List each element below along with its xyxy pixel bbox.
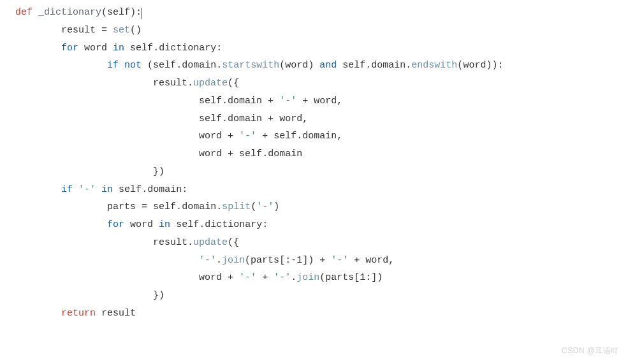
num-neg1: -1 — [291, 255, 302, 266]
call-join: join — [296, 272, 319, 283]
ident-word: word — [84, 43, 107, 54]
paren-open: ( — [319, 272, 325, 283]
bracket-close: ] — [371, 272, 377, 283]
ident-word: word — [365, 255, 388, 266]
comma: , — [302, 113, 308, 124]
dot: . — [222, 113, 228, 124]
brace-open: { — [233, 78, 239, 89]
keyword-for: for — [61, 43, 78, 54]
op-plus: + — [354, 255, 360, 266]
ident-word: word — [314, 96, 337, 106]
paren-open: ( — [147, 60, 153, 71]
comma: , — [337, 96, 342, 106]
paren-close: ) — [308, 255, 314, 266]
colon: : — [182, 184, 187, 195]
op-plus: + — [302, 96, 308, 106]
paren-open: ( — [279, 60, 285, 71]
keyword-if: if — [107, 60, 119, 71]
ident-word: word — [279, 113, 302, 124]
paren-open: ( — [245, 255, 251, 266]
text-cursor — [142, 8, 142, 19]
ident-word: word — [199, 131, 222, 142]
op-plus: + — [268, 113, 274, 124]
ident-self: self — [119, 184, 142, 195]
paren-close: ) — [159, 166, 164, 177]
comma: , — [388, 255, 394, 266]
ident-domain: domain — [182, 60, 216, 71]
ident-result: result — [61, 25, 96, 36]
dot: . — [142, 184, 147, 195]
dot: . — [176, 60, 182, 71]
keyword-not: not — [124, 60, 142, 71]
dot: . — [262, 149, 268, 159]
ident-dictionary: dictionary — [205, 219, 262, 230]
ident-self: self — [342, 60, 365, 71]
code-block: def _dictionary(self): result = set() fo… — [0, 0, 628, 323]
ident-domain: domain — [371, 60, 405, 71]
op-plus: + — [319, 255, 325, 266]
dot: . — [222, 96, 228, 106]
paren-open: ( — [130, 25, 136, 36]
string-dash: '-' — [331, 255, 348, 266]
colon: : — [365, 272, 371, 283]
ident-self: self — [176, 219, 199, 230]
colon: : — [285, 255, 291, 266]
ident-domain: domain — [228, 96, 262, 106]
op-plus: + — [262, 131, 268, 142]
string-dash: '-' — [279, 96, 296, 106]
ident-self: self — [239, 149, 262, 159]
paren-close: ) — [136, 25, 142, 36]
watermark: CSDN @耳语吖 — [562, 344, 619, 358]
keyword-in: in — [101, 184, 113, 195]
ident-self: self — [199, 96, 222, 106]
brace-close: } — [153, 290, 159, 301]
colon: : — [497, 60, 503, 71]
dot: . — [216, 255, 222, 266]
dot: . — [365, 60, 371, 71]
ident-word: word — [199, 149, 222, 159]
keyword-for: for — [107, 219, 124, 230]
dot: . — [296, 131, 302, 142]
call-endswith: endswith — [411, 60, 457, 71]
ident-word: word — [130, 219, 153, 230]
string-dash: '-' — [256, 201, 274, 212]
paren-close: ) — [130, 7, 136, 18]
op-assign: = — [101, 25, 107, 36]
string-dash: '-' — [199, 255, 216, 266]
call-startswith: startswith — [222, 60, 279, 71]
ident-domain: domain — [228, 113, 262, 124]
colon: : — [216, 43, 222, 54]
paren-close: ) — [377, 272, 383, 283]
dot: . — [216, 60, 222, 71]
paren-close: ) — [159, 290, 164, 301]
ident-result: result — [101, 308, 136, 319]
ident-self: self — [153, 60, 176, 71]
brace-open: { — [233, 237, 239, 248]
string-dash: '-' — [239, 272, 256, 283]
string-dash: '-' — [78, 184, 96, 195]
keyword-return: return — [61, 308, 96, 319]
ident-word: word — [285, 60, 308, 71]
paren-open: ( — [228, 78, 233, 89]
paren-open: ( — [101, 7, 107, 18]
colon: : — [136, 7, 142, 18]
colon: : — [262, 219, 268, 230]
call-update: update — [193, 237, 228, 248]
call-split: split — [222, 201, 251, 212]
ident-self: self — [274, 131, 296, 142]
ident-parts: parts — [325, 272, 354, 283]
ident-dictionary: dictionary — [159, 43, 216, 54]
op-plus: + — [262, 272, 268, 283]
dot: . — [187, 237, 193, 248]
op-plus: + — [268, 96, 274, 106]
string-dash: '-' — [239, 131, 256, 142]
bracket-open: [ — [279, 255, 285, 266]
paren-close: ) — [308, 60, 314, 71]
ident-domain: domain — [182, 201, 216, 212]
paren-close: ) — [274, 201, 279, 212]
op-plus: + — [228, 149, 233, 159]
ident-self: self — [153, 201, 176, 212]
dot: . — [199, 219, 205, 230]
call-join: join — [222, 255, 245, 266]
function-name: _dictionary — [38, 7, 101, 18]
